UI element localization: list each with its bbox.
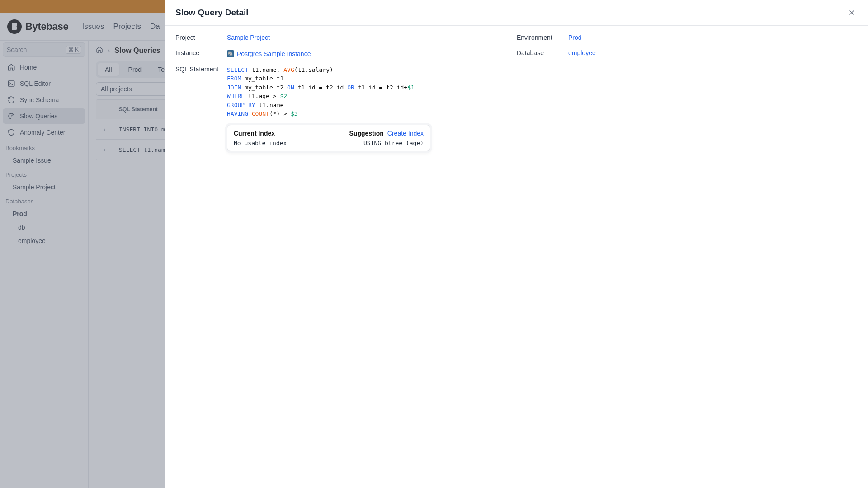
label-instance: Instance <box>175 49 227 56</box>
drawer-title: Slow Query Detail <box>175 8 249 18</box>
label-database: Database <box>517 49 568 56</box>
value-instance: 🐘 Postgres Sample Instance <box>227 49 517 57</box>
index-suggestion-panel: Current Index Suggestion Create Index No… <box>227 125 430 151</box>
instance-link[interactable]: Postgres Sample Instance <box>237 50 311 57</box>
database-link[interactable]: employee <box>568 49 596 56</box>
slow-query-detail-drawer: Slow Query Detail Project Sample Project… <box>165 0 868 488</box>
value-sql: SELECT t1.name, AVG(t1.salary) FROM my_t… <box>227 66 858 151</box>
label-sql: SQL Statement <box>175 66 227 73</box>
suggestion-label: Suggestion <box>349 130 384 137</box>
drawer-header: Slow Query Detail <box>165 0 868 26</box>
close-button[interactable] <box>845 6 858 19</box>
project-link[interactable]: Sample Project <box>227 34 270 41</box>
drawer-body: Project Sample Project Environment Prod … <box>165 26 868 160</box>
current-index-label: Current Index <box>234 130 275 137</box>
sql-statement-block: SELECT t1.name, AVG(t1.salary) FROM my_t… <box>227 66 858 118</box>
label-environment: Environment <box>517 34 568 41</box>
value-environment: Prod <box>568 34 858 41</box>
detail-info-grid: Project Sample Project Environment Prod … <box>175 34 858 151</box>
current-index-value: No usable index <box>234 140 287 146</box>
environment-link[interactable]: Prod <box>568 34 582 41</box>
close-icon <box>848 9 856 17</box>
value-project: Sample Project <box>227 34 517 41</box>
create-index-link[interactable]: Create Index <box>387 130 424 137</box>
suggestion-value: USING btree (age) <box>363 140 424 146</box>
label-project: Project <box>175 34 227 41</box>
value-database: employee <box>568 49 858 56</box>
postgres-icon: 🐘 <box>227 50 234 57</box>
